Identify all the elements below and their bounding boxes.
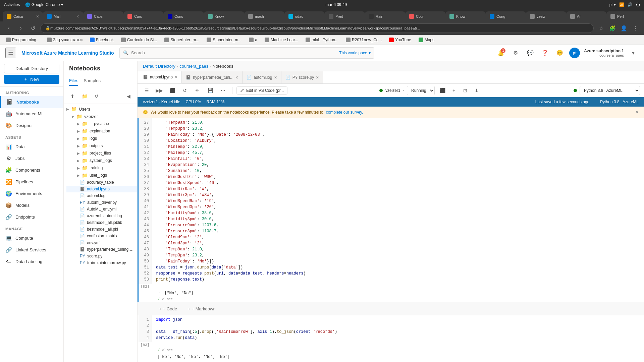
nb-tab-hyperparameter[interactable]: 📓 hyperparameter_tuni... × xyxy=(182,71,243,83)
os-network[interactable]: 📶 xyxy=(619,2,624,7)
feedback-button[interactable]: 💬 xyxy=(525,48,536,58)
new-button[interactable]: + New xyxy=(4,75,59,84)
tree-file-bestmodel-pkl[interactable]: 📄 bestmodel_all.pkl xyxy=(66,226,137,233)
activities-label[interactable]: Activities xyxy=(4,2,20,7)
tree-file-env-yml[interactable]: 📄 env.yml xyxy=(66,239,137,246)
code-lines-83[interactable]: import json data = df_rain[:5].drop(['Ra… xyxy=(152,315,644,342)
tree-pycache-folder[interactable]: ▶ 📁 __pycache__ xyxy=(66,120,137,127)
sidebar-item-pipelines[interactable]: 🔀 Pipelines xyxy=(0,176,63,188)
tree-file-automl-ipynb[interactable]: 📓 automl.ipynb xyxy=(66,186,137,192)
tree-file-accuracy[interactable]: 📄 accuracy_table xyxy=(66,179,137,186)
sidebar-item-linked-services[interactable]: 🔗 Linked Services xyxy=(0,244,63,256)
nb-tab-close3[interactable]: × xyxy=(274,75,277,80)
cell-dots-82[interactable]: ··· ["No", "No"] xyxy=(139,289,644,297)
sidebar-item-endpoints[interactable]: 🔗 Endpoints xyxy=(0,211,63,223)
upload-button[interactable]: ⬆ xyxy=(68,92,77,101)
toolbar-split-button[interactable]: ⊡ xyxy=(460,86,470,95)
toolbar-run-all-button[interactable]: ▶▶ xyxy=(154,86,164,95)
tree-file-automl-driver[interactable]: PY automl_driver.py xyxy=(66,199,137,206)
nb-tab-close[interactable]: × xyxy=(175,74,177,80)
feedback-survey-link[interactable]: complete our survey. xyxy=(326,110,363,115)
default-directory-button[interactable]: Default Directory xyxy=(4,64,59,73)
sidebar-item-notebooks[interactable]: 📓 Notebooks xyxy=(0,96,63,108)
tab-vzeiz[interactable]: vzeiz xyxy=(526,11,566,21)
tab-mail[interactable]: Mail × xyxy=(43,11,83,21)
os-power[interactable]: ⏻ xyxy=(636,2,640,7)
toolbar-download-button[interactable]: ⬇ xyxy=(472,86,482,95)
compute-status-select[interactable]: Running xyxy=(407,86,435,95)
sidebar-item-models[interactable]: 📦 Models xyxy=(0,199,63,211)
bookmark-maps[interactable]: Maps xyxy=(416,37,437,43)
address-bar[interactable]: 🔒 ml.azure.com/fileexplorerAzNB?wsid=/su… xyxy=(40,23,594,33)
nb-tab-automl[interactable]: 📓 automl.ipynb × xyxy=(139,71,182,83)
tab-cong[interactable]: Cong xyxy=(486,11,526,21)
bookmark-machinelear[interactable]: Machine Lear... xyxy=(262,37,301,43)
sidebar-item-data-labeling[interactable]: 🏷 Data Labeling xyxy=(0,256,63,267)
tab-perf[interactable]: Perf xyxy=(606,11,644,21)
tree-file-bestmodel-joblib[interactable]: 📄 bestmodel_all.joblib xyxy=(66,219,137,226)
toolbar-menu-button[interactable]: ☰ xyxy=(142,86,152,95)
tab-udac[interactable]: udac xyxy=(284,11,325,21)
sidebar-item-automl[interactable]: 🤖 Automated ML xyxy=(0,108,63,120)
bookmark-programming[interactable]: Programming... xyxy=(3,37,42,43)
tab-know[interactable]: Know xyxy=(204,11,244,21)
refresh-button[interactable]: ↺ xyxy=(92,92,101,101)
bookmark-stoner1[interactable]: StonerInter_m... xyxy=(162,37,202,43)
add-code-button[interactable]: + + Code xyxy=(156,305,180,313)
collapse-button[interactable]: ◀ xyxy=(124,92,133,101)
tree-file-confusion[interactable]: 📄 confusion_matrix xyxy=(66,233,137,239)
toolbar-clear-button[interactable]: ✏ xyxy=(193,86,203,95)
toolbar-add-button[interactable]: + xyxy=(449,86,459,95)
bookmark-facebook[interactable]: Facebook xyxy=(87,37,116,43)
tab-close[interactable]: × xyxy=(36,14,39,19)
toolbar-restart-button[interactable]: ↺ xyxy=(180,86,190,95)
search-input[interactable] xyxy=(131,50,337,55)
tree-syslogs-folder[interactable]: ▶ 📁 system_logs xyxy=(66,157,137,164)
nb-tab-close2[interactable]: × xyxy=(235,75,238,80)
bookmark-mlab[interactable]: mlab: Python... xyxy=(303,37,341,43)
tab-files[interactable]: Files xyxy=(69,76,78,86)
sidebar-toggle-button[interactable]: ☰ xyxy=(5,48,16,58)
tree-users-folder[interactable]: ▶ 📁 Users xyxy=(64,105,137,113)
tab-rain[interactable]: Rain xyxy=(365,11,405,21)
sidebar-item-environments[interactable]: 🌍 Environments xyxy=(0,188,63,199)
new-folder-button[interactable]: 📁 xyxy=(80,92,89,101)
bookmark-button[interactable]: ☆ xyxy=(596,23,606,33)
tree-file-automl-env[interactable]: 📄 AutoML_env.yml xyxy=(66,206,137,213)
toolbar-more-button[interactable]: ⋯ xyxy=(218,86,228,95)
smiley-button[interactable]: 😊 xyxy=(554,48,565,58)
tree-userlogs-folder[interactable]: ▶ 📁 user_logs xyxy=(66,172,137,179)
bookmark-a[interactable]: a xyxy=(246,37,260,43)
sidebar-item-jobs[interactable]: ⚙ Jobs xyxy=(0,153,63,164)
tree-project-folder[interactable]: ▶ 📁 project_files xyxy=(66,149,137,157)
bookmark-curriculo[interactable]: Currículo do Si... xyxy=(118,37,160,43)
tab-curso[interactable]: Curs xyxy=(123,11,164,21)
tab-caixa[interactable]: Caixa × xyxy=(3,11,43,21)
nb-tab-automl-log[interactable]: 📄 automl.log × xyxy=(243,71,281,83)
tree-logs-folder[interactable]: ▶ 📁 logs xyxy=(66,135,137,142)
tab-samples[interactable]: Samples xyxy=(84,76,101,86)
edit-in-vscode-button[interactable]: 🖊 Edit in VS Code (pr... xyxy=(236,86,287,95)
tree-training-folder[interactable]: ▶ 📁 training xyxy=(66,164,137,172)
nb-tab-score[interactable]: 📄 PY score.py × xyxy=(281,71,323,83)
tab-mach[interactable]: mach xyxy=(244,11,284,21)
tab-ar[interactable]: Ar xyxy=(566,11,606,21)
tree-file-automl-log[interactable]: 📄 automl.log xyxy=(66,192,137,199)
toolbar-stop-button[interactable]: ⬛ xyxy=(167,86,177,95)
nb-tab-close4[interactable]: × xyxy=(316,75,319,80)
sidebar-item-compute[interactable]: 💻 Compute xyxy=(0,232,63,244)
breadcrumb-default-directory[interactable]: Default Directory xyxy=(143,64,175,69)
breadcrumb-coursera[interactable]: coursera_paes xyxy=(179,64,208,69)
reload-button[interactable]: ↺ xyxy=(28,23,38,33)
extensions-button[interactable]: 🧩 xyxy=(608,23,617,33)
notification-button[interactable]: 🔔 1 xyxy=(495,48,506,58)
sidebar-item-components[interactable]: 🧩 Components xyxy=(0,164,63,176)
tree-file-azureml-log[interactable]: 📄 azureml_automl.log xyxy=(66,213,137,219)
tree-file-train[interactable]: PY train_raintomorrow.py xyxy=(66,259,137,266)
os-lang[interactable]: pt ▾ xyxy=(609,2,616,7)
os-volume[interactable]: 🔊 xyxy=(628,2,633,7)
expand-icon[interactable]: ▾ xyxy=(628,48,639,58)
tree-explanation-folder[interactable]: ▶ 📁 explanation xyxy=(66,127,137,135)
settings-button[interactable]: ⚙ xyxy=(510,48,521,58)
help-button[interactable]: ❓ xyxy=(540,48,550,58)
